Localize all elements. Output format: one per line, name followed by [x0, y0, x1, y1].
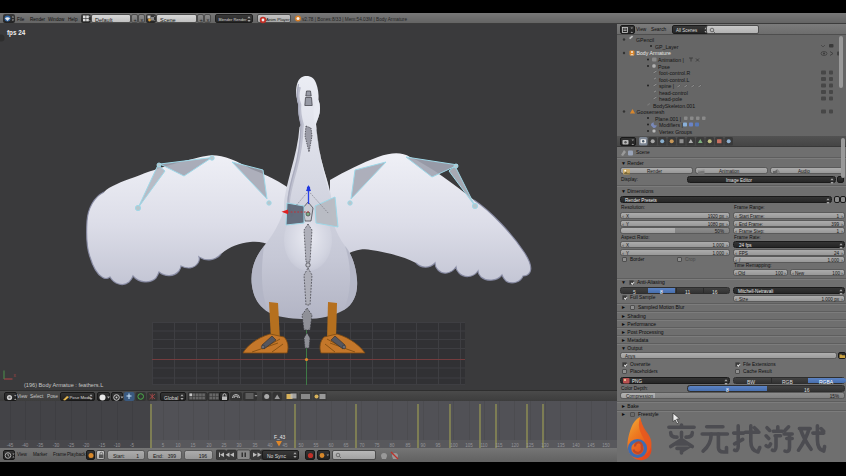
svg-text:fps 24: fps 24	[7, 29, 26, 37]
svg-text:Pose: Pose	[658, 64, 670, 70]
svg-text:foot-control.R: foot-control.R	[659, 70, 690, 76]
svg-text:GPencil: GPencil	[636, 37, 654, 43]
svg-text:head-pole: head-pole	[659, 96, 682, 102]
svg-text:head-control: head-control	[659, 90, 688, 96]
svg-text:spine |: spine |	[659, 83, 674, 89]
svg-text:foot-control.L: foot-control.L	[659, 77, 689, 83]
svg-text:Modifiers |: Modifiers |	[659, 122, 683, 128]
svg-text:Vertex Groups: Vertex Groups	[659, 129, 693, 135]
svg-text:Animation |: Animation |	[658, 57, 684, 63]
svg-text:Body Armature: Body Armature	[637, 50, 671, 56]
svg-text:GP_Layer: GP_Layer	[655, 44, 679, 50]
svg-text:F_43: F_43	[274, 434, 286, 440]
svg-text:Plane.001 |: Plane.001 |	[655, 116, 681, 122]
svg-text:BodySkeleton.001: BodySkeleton.001	[653, 103, 695, 109]
svg-text:x: x	[14, 373, 17, 378]
svg-text:(196) Body Armatue : feathers.: (196) Body Armatue : feathers.L	[24, 382, 103, 388]
svg-text:Goosemesh: Goosemesh	[637, 109, 665, 115]
